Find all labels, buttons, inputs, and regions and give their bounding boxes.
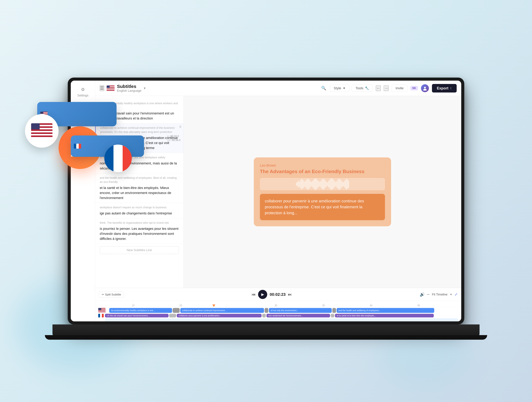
ruler-marker-15: 15 xyxy=(132,303,134,307)
title-dropdown-icon[interactable]: ▾ xyxy=(144,86,146,90)
export-label: Export xyxy=(437,86,448,90)
subtitle-original-5: workplace doesn't require as much change… xyxy=(100,205,179,210)
subtitle-original-6: think. The benefits to organizations who… xyxy=(100,221,179,225)
track-chip-fr-1[interactable]: Un lieu de travail sain pour l'environne… xyxy=(105,314,169,317)
content-area: An environmentally healthy workplace is … xyxy=(95,96,461,288)
track-row-waveform: const wh = [5,8,12,16,20,18,14,10,8,12,1… xyxy=(98,318,458,322)
track-row-english: An environmentally healthy workplace is … xyxy=(98,308,458,313)
track-content-english: An environmentally healthy workplace is … xyxy=(109,308,458,313)
audio-card: Leo Brown The Advantages of an Eco-Frien… xyxy=(254,157,391,226)
ruler-marker-20: 20 xyxy=(179,303,182,307)
svg-point-3 xyxy=(424,87,426,88)
svg-point-4 xyxy=(423,89,427,91)
delete-icon[interactable]: 🗑 xyxy=(179,125,182,129)
subtitle-block-6[interactable]: think. The benefits to organizations who… xyxy=(95,218,184,244)
header-left: ☰ Subtitles English Language ▾ 🔍 Style xyxy=(100,84,373,93)
volume-icon[interactable]: 🔊 xyxy=(420,292,425,297)
subtitle-text-content: collaborer pour parvenir à une améliorat… xyxy=(265,199,364,215)
sidebar-label-settings: Settings xyxy=(77,94,88,97)
ruler-marker-45: 45 xyxy=(417,303,420,307)
style-label: Style xyxy=(334,86,341,90)
timeline-tracks: An environmentally healthy workplace is … xyxy=(95,307,461,322)
track-chip-en-3[interactable]: of not only the environment... xyxy=(269,308,332,313)
track-chip-fr-3[interactable]: non seulement de l'environnement... xyxy=(266,314,330,317)
add-subtitle-button[interactable]: New Subtitles Line xyxy=(100,246,179,254)
tools-icon: 🔧 xyxy=(365,86,369,90)
header-right: ← → Invite SK Export ↑ xyxy=(376,84,457,93)
export-icon: ↑ xyxy=(450,86,452,90)
audio-title: The Advantages of an Eco-Friendly Busine… xyxy=(260,169,385,174)
track-content-french: Un lieu de travail sain pour l'environne… xyxy=(105,314,458,317)
sidebar-item-settings[interactable]: ⚙ Settings xyxy=(71,84,95,100)
ruler-marker-35: 35 xyxy=(322,303,325,307)
split-subtitle-button[interactable]: ✂ Split Subtitle xyxy=(99,291,124,298)
split-icon: ✂ xyxy=(102,293,104,296)
time-display: 00:02:23 xyxy=(270,292,285,297)
export-button[interactable]: Export ↑ xyxy=(432,84,457,93)
right-controls: 🔊 — Fit Timeline + ⤢ xyxy=(420,292,458,297)
settings-icon: ⚙ xyxy=(80,86,86,93)
app-title: Subtitles xyxy=(117,84,141,89)
track-chip-fr-4[interactable]: et la santé et le bien-être des employés… xyxy=(335,314,434,317)
tools-button[interactable]: Tools 🔧 xyxy=(352,85,373,92)
timeline-section: ✂ Split Subtitle ⏮ ▶ 00:02:23 ⏭ 🔊 xyxy=(95,288,461,322)
track-chip-fr-2[interactable]: collaborer pour parvenir à une améliorat… xyxy=(177,314,262,317)
track-chip-en-1[interactable]: An environmentally healthy workplace is … xyxy=(109,308,172,313)
subtitle-block-4[interactable]: and the health and wellbeing of employee… xyxy=(95,173,184,203)
search-button[interactable]: 🔍 xyxy=(320,84,328,92)
invite-button[interactable]: Invite xyxy=(392,85,407,92)
skip-forward-button[interactable]: ⏭ xyxy=(288,292,292,297)
subtitle-translated-5: ige pas autant de changements dans l'ent… xyxy=(100,211,179,216)
timing-display: in 00:16.0 out 00:34.0 xyxy=(167,135,180,142)
laptop-base xyxy=(52,324,480,337)
style-button[interactable]: Style ✦ xyxy=(330,85,349,92)
subtitle-translated-6: is pourriez le penser. Les avantages pou… xyxy=(100,226,179,241)
track-flag-english xyxy=(98,308,106,313)
nav-back-button[interactable]: ← xyxy=(376,86,381,91)
expand-icon[interactable]: ⤢ xyxy=(455,292,458,297)
chip-text-fr-1: Un lieu de travail sain pour l'environne… xyxy=(107,314,149,317)
header: ☰ Subtitles English Language ▾ 🔍 Style xyxy=(95,80,461,96)
waveform: // Generate waveform bars inline const h… xyxy=(260,178,385,190)
subtitle-translated-4: et la santé et le bien-être des employés… xyxy=(100,185,179,200)
subtitle-original-2: collaborate to achieve continual improve… xyxy=(100,126,179,134)
zoom-in-button[interactable]: + xyxy=(450,292,452,297)
subtitle-original-4: and the health and wellbeing of employee… xyxy=(100,176,179,184)
track-flag-french xyxy=(98,314,104,317)
avatar xyxy=(421,84,429,92)
waveform-track: const wh = [5,8,12,16,20,18,14,10,8,12,1… xyxy=(105,318,458,322)
fit-timeline-label: Fit Timeline xyxy=(432,293,448,296)
waveform-container: // Generate waveform bars inline const h… xyxy=(260,178,385,190)
chip-text-en-4: and the health and wellbeing of employee… xyxy=(338,309,381,312)
user-badge: SK xyxy=(411,86,418,90)
nav-forward-button[interactable]: → xyxy=(384,86,389,91)
time-out: 00:34.0 xyxy=(172,139,180,142)
laptop-base-bottom xyxy=(45,335,487,340)
flag-bubble-fr xyxy=(104,145,132,172)
chip-text-fr-2: collaborer pour parvenir à une améliorat… xyxy=(179,314,221,317)
skip-back-button[interactable]: ⏮ xyxy=(252,292,256,297)
main-content: ☰ Subtitles English Language ▾ 🔍 Style xyxy=(95,80,461,322)
audio-author: Leo Brown xyxy=(260,163,385,167)
style-icon: ✦ xyxy=(343,86,345,90)
menu-button[interactable]: ☰ xyxy=(100,85,104,91)
language-flag xyxy=(107,86,114,91)
chip-text-fr-3: non seulement de l'environnement... xyxy=(268,314,303,317)
ruler-marker-40: 40 xyxy=(370,303,373,307)
chip-text-fr-4: et la santé et le bien-être des employés… xyxy=(337,314,376,317)
play-button[interactable]: ▶ xyxy=(258,290,267,299)
track-row-french: Un lieu de travail sain pour l'environne… xyxy=(98,314,458,317)
wave-card-waveform: const wh2 = [8,12,18,24,20,16,12,8,10,16… xyxy=(50,110,111,119)
waveform-svg: const wh = [5,8,12,16,20,18,14,10,8,12,1… xyxy=(105,319,458,322)
timeline-controls: ✂ Split Subtitle ⏮ ▶ 00:02:23 ⏭ 🔊 xyxy=(95,288,461,301)
subtitle-text-display: collaborer pour parvenir à une améliorat… xyxy=(260,194,385,220)
split-label: Split Subtitle xyxy=(105,293,121,296)
playback-controls: ⏮ ▶ 00:02:23 ⏭ xyxy=(127,290,417,299)
chip-text-en-2: collaborate to achieve continual improve… xyxy=(182,309,227,312)
subtitle-block-5[interactable]: workplace doesn't require as much change… xyxy=(95,203,184,218)
ruler-marker-30: 30 xyxy=(275,303,277,307)
track-chip-en-4[interactable]: and the health and wellbeing of employee… xyxy=(337,308,434,313)
flag-bubble-us xyxy=(25,114,59,148)
chip-text-en-1: An environmentally healthy workplace is … xyxy=(111,309,155,312)
track-chip-en-2[interactable]: collaborate to achieve continual improve… xyxy=(180,308,264,313)
